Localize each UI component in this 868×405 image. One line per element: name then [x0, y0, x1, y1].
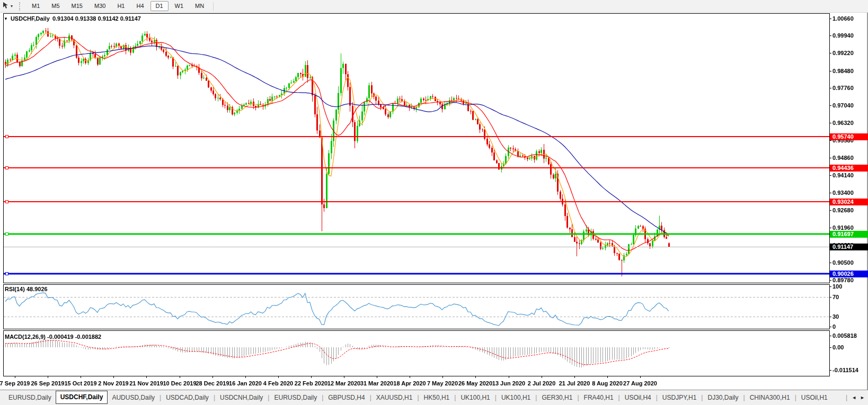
- symbol-tabbar: EURUSD,DailyUSDCHF,DailyAUDUSD,Daily|USD…: [0, 390, 868, 405]
- tab-ger30-h1[interactable]: GER30,H1: [537, 391, 577, 404]
- timeframe-button-m5[interactable]: M5: [46, 1, 65, 11]
- tab-china300-h1[interactable]: CHINA300,H1: [746, 391, 794, 404]
- tab-usdjpy-h1[interactable]: USDJPY,H1: [658, 391, 701, 404]
- timeframe-button-h1[interactable]: H1: [112, 1, 130, 11]
- chevron-down-icon: ▾: [11, 4, 13, 8]
- tab-usdcad-daily[interactable]: USDCAD,Daily: [162, 391, 213, 404]
- top-toolbar: ▾ M1M5M15M30H1H4D1W1MN: [0, 0, 868, 13]
- tab-scroll-right-icon[interactable]: ►: [860, 395, 865, 400]
- tab-eurusd-daily[interactable]: EURUSD,Daily: [270, 391, 321, 404]
- chart-window: ▼ USDCHF,Daily 0.91304 0.91338 0.91142 0…: [0, 13, 868, 390]
- timeframe-button-mn[interactable]: MN: [190, 1, 209, 11]
- timeframe-button-m30[interactable]: M30: [89, 1, 111, 11]
- tab-separator: |: [845, 394, 848, 401]
- tab-usoil-h4[interactable]: USOil,H4: [621, 391, 656, 404]
- tab-uk100-h1[interactable]: UK100,H1: [497, 391, 535, 404]
- cursor-tool-button[interactable]: ▾: [0, 2, 15, 11]
- timeframe-button-m1[interactable]: M1: [26, 1, 45, 11]
- price-chart-canvas[interactable]: [0, 13, 868, 390]
- tab-hk50-h1[interactable]: HK50,H1: [420, 391, 454, 404]
- tab-gbpusd-h4[interactable]: GBPUSD,H4: [324, 391, 369, 404]
- tab-audusd-daily[interactable]: AUDUSD,Daily: [108, 391, 159, 404]
- tab-usoil-h1[interactable]: USOil,H1: [797, 391, 832, 404]
- tab-usdcnh-daily[interactable]: USDCNH,Daily: [216, 391, 267, 404]
- tab-dj30-daily[interactable]: DJ30,Daily: [703, 391, 742, 404]
- timeframe-button-d1[interactable]: D1: [150, 1, 169, 11]
- tab-usdchf-daily[interactable]: USDCHF,Daily: [56, 391, 108, 404]
- timeframe-buttons: M1M5M15M30H1H4D1W1MN: [26, 1, 210, 11]
- toolbar-grip: [19, 2, 23, 11]
- timeframe-button-h4[interactable]: H4: [131, 1, 149, 11]
- symbol-tabs: EURUSD,DailyUSDCHF,DailyAUDUSD,Daily|USD…: [0, 390, 832, 405]
- tab-xauusd-h1[interactable]: XAUUSD,H1: [372, 391, 417, 404]
- tab-eurusd-daily[interactable]: EURUSD,Daily: [4, 391, 56, 404]
- toolbar-separator: [213, 2, 214, 11]
- cursor-icon: [2, 2, 10, 11]
- timeframe-button-m15[interactable]: M15: [66, 1, 88, 11]
- timeframe-button-w1[interactable]: W1: [170, 1, 189, 11]
- tab-fra40-h1[interactable]: FRA40,H1: [580, 391, 618, 404]
- tab-scroll-arrows: | ◄ ►: [845, 394, 868, 401]
- tab-uk100-h1[interactable]: UK100,H1: [456, 391, 494, 404]
- tab-scroll-left-icon[interactable]: ◄: [852, 395, 856, 400]
